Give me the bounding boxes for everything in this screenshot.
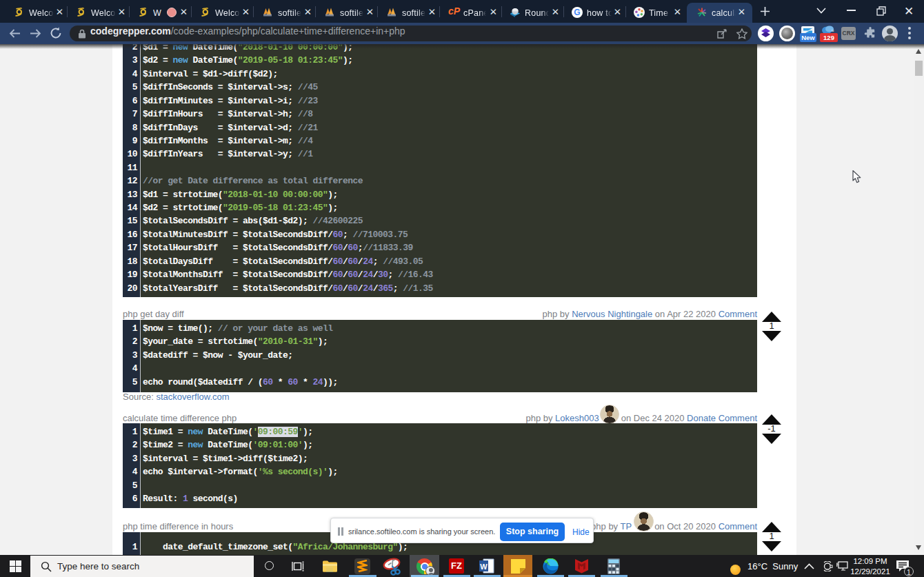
svg-text:u: u: [832, 28, 834, 32]
svg-text:W: W: [480, 563, 488, 571]
svg-text:G: G: [574, 8, 580, 17]
